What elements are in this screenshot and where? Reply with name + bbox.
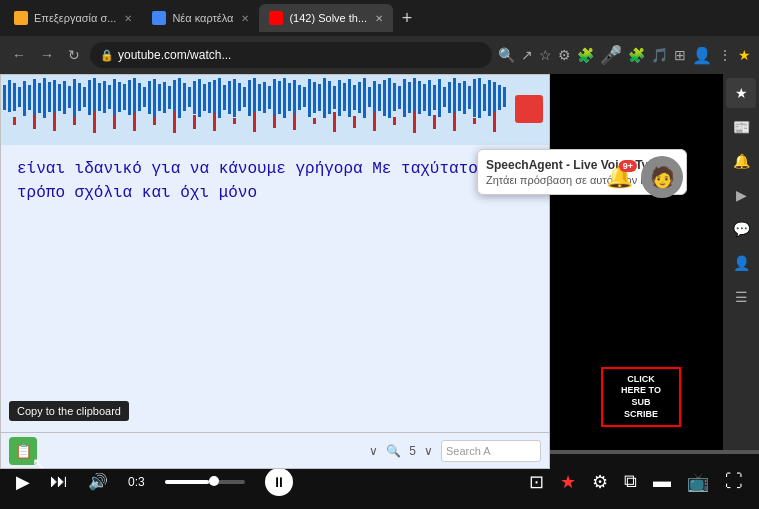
chevron-right-icon[interactable]: ∨ bbox=[424, 444, 433, 458]
cast-button[interactable]: 📺 bbox=[687, 471, 709, 493]
theatre-button[interactable]: ▬ bbox=[653, 471, 671, 492]
tab-bar: Επεξεργασία σ... ✕ Νέα καρτέλα ✕ (142) S… bbox=[0, 0, 759, 36]
svg-rect-37 bbox=[188, 87, 191, 107]
svg-rect-76 bbox=[383, 80, 386, 116]
avatar-face: 🧑 bbox=[650, 165, 675, 189]
mic-icon[interactable]: 🎤 bbox=[600, 44, 622, 66]
svg-rect-92 bbox=[463, 81, 466, 114]
search-icon[interactable]: 🔍 bbox=[498, 47, 515, 63]
panel-footer: 📋 ↖ Copy to the clipboard ∨ 🔍 5 ∨ Search… bbox=[1, 432, 549, 468]
speech-panel: είναι ιδανικό για να κάνουμε γρήγορα Με … bbox=[0, 74, 550, 469]
notification-area: 🔔 9+ 🧑 bbox=[606, 156, 683, 198]
user-avatar[interactable]: 🧑 bbox=[641, 156, 683, 198]
settings-button[interactable]: ⚙ bbox=[592, 471, 608, 493]
refresh-button[interactable]: ↻ bbox=[64, 45, 84, 65]
subscribe-overlay[interactable]: CLICK HERE TO SUB SCRIBE bbox=[601, 367, 681, 427]
svg-rect-8 bbox=[43, 78, 46, 118]
sidebar-item-news[interactable]: 📰 bbox=[726, 112, 756, 142]
tab-favicon-newtab bbox=[152, 11, 166, 25]
chevron-down-icon[interactable]: ∨ bbox=[369, 444, 378, 458]
share-icon[interactable]: ↗ bbox=[521, 47, 533, 63]
svg-rect-7 bbox=[38, 83, 41, 113]
search-input-footer[interactable]: Search A bbox=[441, 440, 541, 462]
sidebar-item-star[interactable]: ★ bbox=[726, 78, 756, 108]
svg-rect-52 bbox=[263, 82, 266, 113]
svg-rect-17 bbox=[88, 80, 91, 115]
stop-recording-button[interactable] bbox=[515, 95, 543, 123]
svg-rect-103 bbox=[53, 113, 56, 131]
music-icon[interactable]: 🎵 bbox=[651, 47, 668, 63]
skip-button[interactable]: ⏭ bbox=[50, 471, 68, 492]
sidebar-item-user[interactable]: 👤 bbox=[726, 248, 756, 278]
svg-rect-121 bbox=[413, 111, 416, 133]
grid-icon[interactable]: ⊞ bbox=[674, 47, 686, 63]
fullscreen-button[interactable]: ⛶ bbox=[725, 471, 743, 492]
svg-rect-83 bbox=[418, 81, 421, 114]
bookmark-icon[interactable]: ☆ bbox=[539, 47, 552, 63]
volume-button[interactable]: 🔊 bbox=[88, 472, 108, 491]
captions-button[interactable]: ⊡ bbox=[529, 471, 544, 493]
svg-rect-116 bbox=[313, 118, 316, 124]
menu-icon[interactable]: ⋮ bbox=[718, 47, 732, 63]
svg-rect-88 bbox=[443, 87, 446, 107]
speech-text: είναι ιδανικό για να κάνουμε γρήγορα Με … bbox=[17, 160, 478, 202]
avatar-small[interactable]: 👤 bbox=[692, 46, 712, 65]
svg-rect-70 bbox=[353, 85, 356, 110]
address-bar: ← → ↻ 🔒 youtube.com/watch... 🔍 ↗ ☆ ⚙ 🧩 🎤… bbox=[0, 36, 759, 74]
back-button[interactable]: ← bbox=[8, 45, 30, 65]
new-tab-button[interactable]: + bbox=[393, 4, 421, 32]
url-input[interactable]: 🔒 youtube.com/watch... bbox=[90, 42, 492, 68]
tab-edit[interactable]: Επεξεργασία σ... ✕ bbox=[4, 4, 142, 32]
svg-rect-28 bbox=[143, 87, 146, 107]
tab-label-youtube: (142) Solve th... bbox=[289, 12, 367, 24]
svg-rect-1 bbox=[8, 80, 11, 112]
sidebar-item-bell[interactable]: 🔔 bbox=[726, 146, 756, 176]
svg-rect-21 bbox=[108, 85, 111, 109]
svg-rect-5 bbox=[28, 85, 31, 110]
bookmark-button[interactable]: ★ bbox=[560, 471, 576, 493]
play-button[interactable]: ▶ bbox=[16, 471, 30, 493]
puzzle-icon[interactable]: 🧩 bbox=[628, 47, 645, 63]
svg-rect-34 bbox=[173, 80, 176, 116]
forward-button[interactable]: → bbox=[36, 45, 58, 65]
tab-newtab[interactable]: Νέα καρτέλα ✕ bbox=[142, 4, 259, 32]
miniplayer-button[interactable]: ⧉ bbox=[624, 471, 637, 492]
svg-rect-85 bbox=[428, 80, 431, 116]
star-icon[interactable]: ★ bbox=[738, 47, 751, 63]
copy-tooltip: Copy to the clipboard bbox=[9, 401, 129, 421]
miniplayer-icon: ⧉ bbox=[624, 471, 637, 491]
tab-close-edit[interactable]: ✕ bbox=[124, 13, 132, 24]
settings-icon[interactable]: ⚙ bbox=[558, 47, 571, 63]
svg-rect-125 bbox=[493, 112, 496, 132]
svg-rect-41 bbox=[208, 82, 211, 113]
extension-icon[interactable]: 🧩 bbox=[577, 47, 594, 63]
svg-rect-0 bbox=[3, 85, 6, 110]
clipboard-icon: 📋 bbox=[15, 443, 32, 459]
svg-rect-77 bbox=[388, 78, 391, 118]
search-icon-footer[interactable]: 🔍 bbox=[386, 444, 401, 458]
svg-rect-44 bbox=[223, 85, 226, 110]
svg-rect-65 bbox=[328, 81, 331, 114]
svg-rect-68 bbox=[343, 83, 346, 111]
volume-slider[interactable] bbox=[165, 480, 245, 484]
bookmark-red-icon: ★ bbox=[560, 472, 576, 492]
search-placeholder: Search A bbox=[446, 445, 491, 457]
sidebar-item-chat[interactable]: 💬 bbox=[726, 214, 756, 244]
tab-close-newtab[interactable]: ✕ bbox=[241, 13, 249, 24]
bell-container[interactable]: 🔔 9+ bbox=[606, 164, 633, 190]
svg-rect-16 bbox=[83, 87, 86, 107]
svg-rect-46 bbox=[233, 79, 236, 117]
svg-rect-29 bbox=[148, 81, 151, 114]
sidebar-item-play[interactable]: ▶ bbox=[726, 180, 756, 210]
sidebar-item-menu[interactable]: ☰ bbox=[726, 282, 756, 312]
svg-rect-66 bbox=[333, 86, 336, 109]
svg-rect-49 bbox=[248, 80, 251, 116]
pause-button[interactable]: ⏸ bbox=[265, 468, 293, 496]
svg-rect-120 bbox=[393, 117, 396, 125]
volume-handle[interactable] bbox=[209, 476, 219, 486]
copy-to-clipboard-button[interactable]: 📋 ↖ bbox=[9, 437, 37, 465]
svg-rect-4 bbox=[23, 81, 26, 116]
tab-youtube[interactable]: (142) Solve th... ✕ bbox=[259, 4, 393, 32]
tab-close-youtube[interactable]: ✕ bbox=[375, 13, 383, 24]
svg-rect-99 bbox=[498, 85, 501, 110]
